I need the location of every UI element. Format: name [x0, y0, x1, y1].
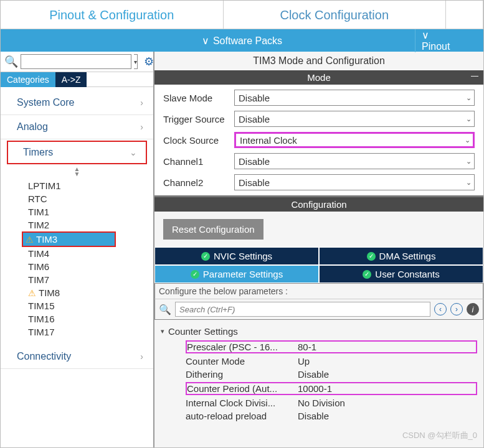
param-value: 80-1	[298, 340, 477, 353]
timer-item-rtc[interactable]: RTC	[26, 192, 153, 205]
param-value: Up	[298, 356, 477, 366]
param-value: No Division	[298, 398, 477, 408]
config-subtabs: ✓NVIC Settings ✓DMA Settings ✓Parameter …	[154, 247, 483, 283]
settings-gear-icon[interactable]: ⚙	[144, 55, 154, 68]
slave-mode-select[interactable]: Disable⌄	[234, 90, 475, 106]
chevron-down-icon: ⌄	[465, 136, 470, 144]
check-icon: ✓	[367, 252, 376, 261]
timer-item-tim4[interactable]: TIM4	[26, 247, 153, 260]
mode-header-label: Mode	[307, 72, 331, 83]
timer-item-tim16[interactable]: TIM16	[26, 312, 153, 325]
timer-label: TIM4	[28, 248, 49, 259]
tab-label: Parameter Settings	[203, 269, 283, 279]
timer-label: TIM3	[36, 234, 57, 245]
category-analog[interactable]: Analog›	[1, 115, 153, 139]
categories-tab[interactable]: Categories	[1, 72, 55, 87]
timer-item-tim15[interactable]: TIM15	[26, 299, 153, 312]
dma-settings-tab[interactable]: ✓DMA Settings	[319, 247, 483, 265]
timer-item-tim1[interactable]: TIM1	[26, 205, 153, 218]
timer-label: LPTIM1	[28, 180, 61, 191]
next-match-button[interactable]: ›	[450, 303, 463, 315]
category-timers[interactable]: Timers⌄	[7, 141, 147, 164]
trigger-source-label: Trigger Source	[163, 114, 230, 124]
select-value: Disable	[239, 114, 270, 124]
timer-item-tim3[interactable]: ⚠TIM3	[22, 231, 116, 247]
prescaler-row[interactable]: Prescaler (PSC - 16...80-1	[161, 339, 477, 355]
user-constants-tab[interactable]: ✓User Constants	[319, 265, 483, 283]
warning-icon: ⚠	[26, 235, 34, 245]
timer-item-tim7[interactable]: TIM7	[26, 273, 153, 286]
trigger-source-select[interactable]: Disable⌄	[234, 111, 475, 127]
tab-pinout-config[interactable]: Pinout & Configuration	[1, 1, 224, 29]
counter-mode-row[interactable]: Counter ModeUp	[161, 355, 477, 368]
category-system-core[interactable]: System Core›	[1, 91, 153, 115]
category-connectivity[interactable]: Connectivity›	[1, 345, 153, 369]
trigger-source-row: Trigger Source Disable⌄	[163, 111, 475, 127]
check-icon: ✓	[201, 252, 210, 261]
prev-match-button[interactable]: ‹	[434, 303, 447, 315]
timer-label: TIM8	[39, 287, 60, 298]
tab-overflow[interactable]	[446, 1, 483, 29]
reset-configuration-button[interactable]: Reset Configuration	[163, 219, 263, 240]
nvic-settings-tab[interactable]: ✓NVIC Settings	[154, 247, 319, 265]
warning-icon: ⚠	[28, 288, 36, 298]
component-search-bar: 🔍 ▾ ⚙	[1, 52, 153, 72]
select-value: Disable	[239, 177, 270, 188]
clock-source-select[interactable]: Internal Clock⌄	[234, 132, 475, 148]
search-icon: 🔍	[4, 55, 18, 68]
az-tab[interactable]: A->Z	[55, 72, 87, 87]
timer-item-tim6[interactable]: TIM6	[26, 260, 153, 273]
timer-item-tim2[interactable]: TIM2	[26, 218, 153, 231]
slave-mode-row: Slave Mode Disable⌄	[163, 90, 475, 106]
param-name: Counter Period (Aut...	[186, 382, 298, 395]
config-area: Configuration Reset Configuration ✓NVIC …	[154, 195, 483, 447]
check-icon: ✓	[191, 270, 199, 279]
tab-label: NVIC Settings	[214, 251, 272, 261]
param-value: Disable	[298, 411, 477, 421]
chevron-down-icon: ⌄	[466, 115, 472, 123]
right-panel: TIM3 Mode and Configuration Mode— Slave …	[154, 52, 483, 447]
param-value: Disable	[298, 369, 477, 380]
channel2-select[interactable]: Disable⌄	[234, 174, 475, 190]
chevron-down-icon: ⌄	[130, 147, 137, 157]
counter-settings-group[interactable]: ▾Counter Settings	[161, 326, 477, 337]
pinout-dropdown[interactable]: ∨Pinout	[415, 29, 477, 52]
channel2-row: Channel2 Disable⌄	[163, 174, 475, 190]
tab-clock-config[interactable]: Clock Configuration	[224, 1, 447, 29]
counter-period-row[interactable]: Counter Period (Aut...10000-1	[161, 381, 477, 396]
component-search-input[interactable]	[21, 54, 131, 69]
timer-item-tim8[interactable]: ⚠TIM8	[26, 286, 153, 299]
timer-item-lptim1[interactable]: LPTIM1	[26, 179, 153, 192]
timer-label: TIM6	[28, 261, 49, 272]
software-packs-label: Software Packs	[213, 35, 282, 46]
clock-division-row[interactable]: Internal Clock Divisi...No Division	[161, 396, 477, 409]
chevron-right-icon: ›	[140, 352, 143, 362]
category-label: System Core	[17, 97, 74, 108]
clock-source-label: Clock Source	[163, 135, 230, 146]
info-icon[interactable]: i	[467, 303, 479, 315]
param-search-input[interactable]	[175, 302, 430, 317]
watermark: CSDN @勾栏听曲_0	[402, 430, 477, 441]
config-title: TIM3 Mode and Configuration	[154, 52, 483, 70]
select-value: Disable	[239, 93, 270, 103]
param-search-bar: 🔍 ‹ › i	[154, 299, 483, 320]
channel1-label: Channel1	[163, 156, 230, 167]
select-value: Internal Clock	[240, 135, 297, 146]
timer-item-tim17[interactable]: TIM17	[26, 325, 153, 338]
category-label: Connectivity	[17, 351, 71, 362]
chevron-right-icon: ›	[140, 122, 143, 132]
chevron-right-icon: ›	[140, 98, 143, 108]
channel1-row: Channel1 Disable⌄	[163, 153, 475, 169]
software-packs-dropdown[interactable]: ∨Software Packs	[69, 35, 415, 47]
parameter-settings-tab[interactable]: ✓Parameter Settings	[154, 265, 319, 283]
minimize-icon[interactable]: —	[471, 72, 478, 80]
search-dropdown-button[interactable]: ▾	[134, 54, 138, 69]
category-list: System Core› Analog› Timers⌄ ▲▼ LPTIM1RT…	[1, 87, 153, 447]
param-name: Internal Clock Divisi...	[186, 398, 298, 408]
timer-label: TIM1	[28, 207, 49, 217]
dithering-row[interactable]: DitheringDisable	[161, 368, 477, 381]
channel1-select[interactable]: Disable⌄	[234, 153, 475, 169]
auto-reload-row[interactable]: auto-reload preloadDisable	[161, 409, 477, 422]
sort-arrows-icon[interactable]: ▲▼	[1, 167, 153, 177]
mode-box: Slave Mode Disable⌄ Trigger Source Disab…	[154, 85, 483, 195]
